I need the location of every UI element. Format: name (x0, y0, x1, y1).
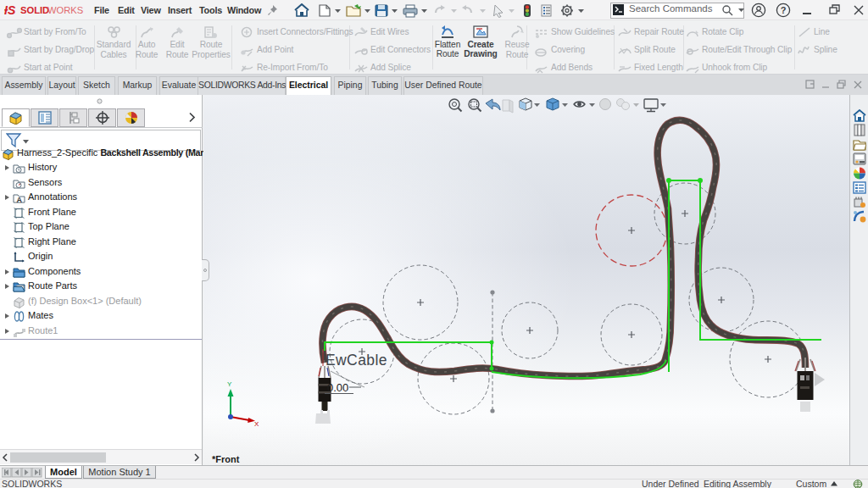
svg-text:A: A (17, 196, 23, 204)
svg-text:X: X (254, 420, 259, 428)
svg-text:SOLID: SOLID (20, 5, 49, 15)
svg-text:ƗS: ƗS (4, 3, 16, 17)
svg-text:EwCable: EwCable (326, 352, 387, 369)
svg-text:WORKS: WORKS (47, 5, 83, 15)
svg-text:0.00: 0.00 (327, 381, 348, 394)
svg-text:Y: Y (227, 380, 232, 388)
svg-text:?: ? (781, 5, 787, 15)
